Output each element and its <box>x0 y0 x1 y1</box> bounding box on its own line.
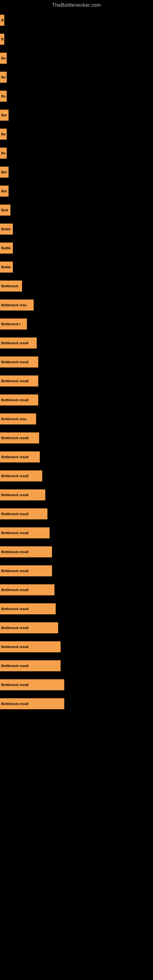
bar-row: Bottleneck result <box>0 335 153 351</box>
bar-5: Bo <box>0 91 7 102</box>
bar-row: Bot <box>0 183 153 199</box>
bar-row: Bottleneck result <box>0 430 153 446</box>
bar-row: Bo <box>0 145 153 161</box>
bar-27: Bottleneck result <box>0 508 48 519</box>
bar-row: Bottleneck result <box>0 506 153 522</box>
bar-8: Bo <box>0 148 7 159</box>
bar-label-2: B <box>1 37 4 41</box>
bar-label-3: Bo <box>1 56 6 60</box>
bar-row: Bottleneck result <box>0 392 153 408</box>
bar-row: Bo <box>0 50 153 66</box>
bar-row: Bottleneck result <box>0 373 153 389</box>
bar-row: Bottle <box>0 259 153 275</box>
bar-row: Bottleneck result <box>0 449 153 465</box>
bar-label-36: Bottleneck result <box>1 683 29 687</box>
bar-label-27: Bottleneck result <box>1 512 29 516</box>
bar-row: Bottleneck result <box>0 544 153 560</box>
bar-33: Bottleneck result <box>0 622 58 633</box>
bar-9: Bot <box>0 167 9 178</box>
bar-14: Bottle <box>0 261 13 272</box>
bar-label-17: Bottleneck r <box>1 322 21 326</box>
bar-label-37: Bottleneck result <box>1 702 29 706</box>
bar-7: Bo <box>0 129 7 140</box>
bar-2: B <box>0 34 4 45</box>
bar-19: Bottleneck result <box>0 356 38 368</box>
bar-row: Bottleneck result <box>0 525 153 541</box>
bar-13: Bottle <box>0 243 13 254</box>
bar-row: Bott <box>0 202 153 218</box>
bar-23: Bottleneck result <box>0 433 39 444</box>
bar-1: B <box>0 15 4 26</box>
bar-30: Bottleneck result <box>0 565 52 576</box>
bar-row: Bottleneck result <box>0 620 153 636</box>
bar-label-19: Bottleneck result <box>1 360 29 364</box>
bar-label-28: Bottleneck result <box>1 531 29 535</box>
bar-label-34: Bottleneck result <box>1 645 29 649</box>
bar-label-14: Bottle <box>1 265 11 269</box>
bar-row: Bottleneck resu <box>0 411 153 427</box>
bar-29: Bottleneck result <box>0 546 52 557</box>
bar-label-15: Bottleneck <box>1 284 18 288</box>
bar-label-29: Bottleneck result <box>1 550 29 554</box>
bar-row: Bottleneck result <box>0 696 153 712</box>
bar-37: Bottleneck result <box>0 698 64 709</box>
bar-31: Bottleneck result <box>0 584 54 595</box>
bar-label-23: Bottleneck result <box>1 436 29 440</box>
bar-label-26: Bottleneck result <box>1 493 29 497</box>
bar-label-21: Bottleneck result <box>1 398 29 402</box>
bar-label-33: Bottleneck result <box>1 626 29 630</box>
bar-label-5: Bo <box>1 94 6 98</box>
bar-row: Bottleneck result <box>0 601 153 617</box>
bar-row: Bottleneck r <box>0 316 153 332</box>
bar-row: B <box>0 12 153 28</box>
bar-row: Bottle <box>0 221 153 237</box>
bar-label-20: Bottleneck result <box>1 379 29 383</box>
bar-row: B <box>0 31 153 47</box>
bar-4: Bo <box>0 72 7 83</box>
bar-label-24: Bottleneck result <box>1 455 29 459</box>
bar-label-22: Bottleneck resu <box>1 417 27 421</box>
bar-row: Bottleneck result <box>0 354 153 370</box>
bars-container: BBBoBoBoBotBoBoBotBotBottBottleBottleBot… <box>0 9 153 718</box>
bar-row: Bottleneck <box>0 278 153 294</box>
bar-row: Bottleneck result <box>0 677 153 693</box>
bar-label-13: Bottle <box>1 246 11 250</box>
bar-label-35: Bottleneck result <box>1 664 29 668</box>
bar-18: Bottleneck result <box>0 337 37 348</box>
bar-row: Bottleneck result <box>0 487 153 503</box>
bar-21: Bottleneck result <box>0 395 38 406</box>
bar-36: Bottleneck result <box>0 679 64 690</box>
bar-11: Bott <box>0 205 10 216</box>
bar-row: Bo <box>0 88 153 104</box>
bar-row: Bottle <box>0 240 153 256</box>
bar-row: Bot <box>0 107 153 123</box>
bar-15: Bottleneck <box>0 280 22 291</box>
bar-row: Bottleneck resu <box>0 297 153 313</box>
bar-label-25: Bottleneck result <box>1 474 29 478</box>
bar-label-4: Bo <box>1 75 6 79</box>
bar-label-31: Bottleneck result <box>1 588 29 592</box>
bar-row: Bottleneck result <box>0 563 153 579</box>
bar-28: Bottleneck result <box>0 527 49 538</box>
bar-3: Bo <box>0 52 7 64</box>
site-title: TheBottlenecker.com <box>0 0 153 9</box>
bar-17: Bottleneck r <box>0 318 27 329</box>
bar-label-12: Bottle <box>1 227 11 231</box>
bar-row: Bot <box>0 164 153 180</box>
bar-35: Bottleneck result <box>0 660 61 671</box>
bar-label-10: Bot <box>1 189 7 193</box>
bar-row: Bo <box>0 126 153 142</box>
bar-row: Bo <box>0 69 153 85</box>
bar-label-30: Bottleneck result <box>1 569 29 573</box>
bar-25: Bottleneck result <box>0 470 42 481</box>
bar-label-18: Bottleneck result <box>1 341 29 345</box>
bar-row: Bottleneck result <box>0 658 153 674</box>
bar-6: Bot <box>0 110 9 121</box>
bar-34: Bottleneck result <box>0 641 61 652</box>
bar-12: Bottle <box>0 224 13 235</box>
bar-24: Bottleneck result <box>0 452 40 463</box>
bar-16: Bottleneck resu <box>0 299 33 310</box>
bar-row: Bottleneck result <box>0 639 153 655</box>
bar-label-32: Bottleneck result <box>1 607 29 611</box>
bar-row: Bottleneck result <box>0 468 153 484</box>
